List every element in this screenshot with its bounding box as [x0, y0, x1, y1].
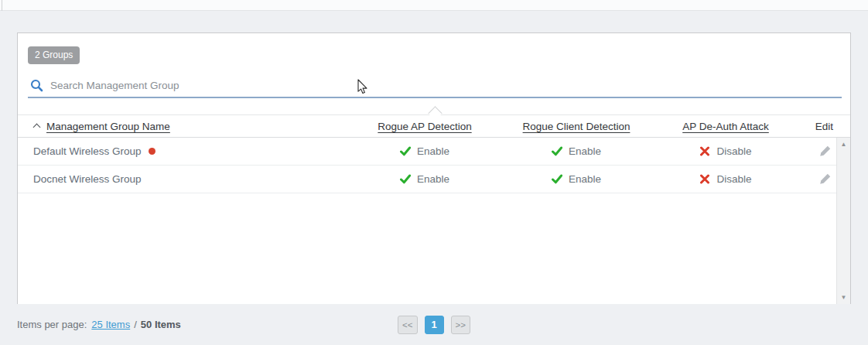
management-groups-panel: 2 Groups Management Group Name Rogue AP … [17, 32, 851, 304]
total-items-label: 50 Items [141, 319, 181, 330]
screen: 2 Groups Management Group Name Rogue AP … [0, 0, 868, 345]
ap-deauth-attack-cell: Disable [652, 145, 799, 157]
items-per-page: Items per page: 25 Items / 50 Items [17, 304, 181, 345]
rogue-ap-detection-cell: Enable [349, 173, 501, 185]
edit-button[interactable] [818, 145, 832, 158]
check-icon [400, 174, 411, 184]
sidebar-edge-divider [2, 0, 2, 11]
cross-icon [699, 146, 710, 156]
top-bar [0, 0, 868, 11]
table-body: Default Wireless Group Enable Enable [18, 138, 850, 304]
search-bar [28, 73, 842, 98]
scroll-down-button[interactable]: ▼ [837, 291, 850, 304]
items-per-page-label: Items per page: [17, 319, 87, 330]
table-row: Default Wireless Group Enable Enable [18, 138, 836, 166]
pagination-footer: Items per page: 25 Items / 50 Items << 1… [0, 304, 868, 345]
next-page-button[interactable]: >> [451, 316, 470, 334]
cross-icon [699, 174, 710, 184]
pencil-icon [818, 172, 832, 186]
scroll-up-button[interactable]: ▲ [837, 138, 850, 151]
pager: << 1 >> [398, 316, 470, 334]
rogue-ap-detection-cell: Enable [349, 145, 501, 157]
current-page-button[interactable]: 1 [425, 316, 444, 334]
edit-cell [799, 145, 836, 158]
group-count-badge: 2 Groups [28, 46, 80, 64]
previous-page-button[interactable]: << [398, 316, 417, 334]
rogue-client-detection-cell: Enable [501, 145, 652, 157]
edit-cell [799, 172, 836, 186]
ap-deauth-attack-cell: Disable [652, 173, 799, 185]
pencil-icon [818, 145, 832, 158]
edit-button[interactable] [818, 172, 832, 186]
separator: / [134, 319, 137, 330]
alert-dot-icon [149, 148, 155, 155]
column-header-management-group-name[interactable]: Management Group Name [18, 121, 349, 132]
column-header-rogue-client-detection[interactable]: Rogue Client Detection [501, 121, 652, 132]
column-header-rogue-ap-detection[interactable]: Rogue AP Detection [349, 121, 501, 132]
table-row: Docnet Wireless Group Enable Enable [18, 166, 836, 193]
check-icon [400, 146, 411, 156]
column-header-edit: Edit [799, 121, 836, 132]
check-icon [552, 174, 562, 184]
check-icon [552, 146, 562, 156]
search-icon [30, 79, 43, 92]
group-name-cell: Default Wireless Group [18, 145, 349, 157]
search-input[interactable] [50, 75, 842, 95]
sort-ascending-icon [33, 124, 41, 132]
column-header-ap-deauth-attack[interactable]: AP De-Auth Attack [652, 121, 799, 132]
group-name-cell: Docnet Wireless Group [18, 173, 349, 185]
page-size-link[interactable]: 25 Items [91, 319, 130, 330]
vertical-scrollbar[interactable]: ▲ ▼ [836, 138, 850, 304]
rogue-client-detection-cell: Enable [501, 173, 652, 185]
